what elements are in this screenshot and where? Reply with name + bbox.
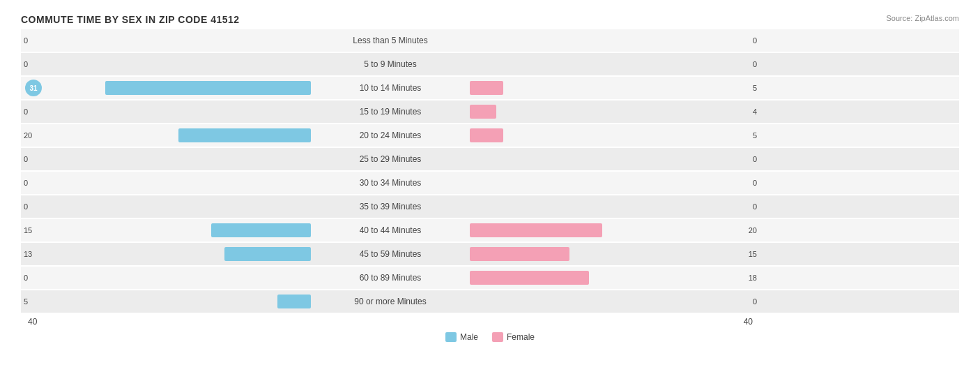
axis-row: 40 40 [21, 317, 959, 327]
bar-row: 030 to 34 Minutes0 [21, 172, 959, 194]
male-value: 0 [24, 274, 32, 282]
row-label: 20 to 24 Minutes [314, 131, 467, 140]
row-label: 60 to 89 Minutes [314, 273, 467, 283]
row-label: 25 to 29 Minutes [314, 154, 467, 164]
male-label: Male [460, 332, 478, 342]
source-label: Source: ZipAtlas.com [886, 14, 959, 22]
bar-row: 3110 to 14 Minutes5 [21, 77, 959, 99]
female-value: 5 [749, 84, 757, 92]
left-section: 0 [21, 29, 314, 52]
male-value: 0 [24, 60, 32, 68]
female-value: 0 [749, 297, 757, 306]
male-value: 13 [24, 250, 36, 258]
female-bar [470, 271, 589, 285]
male-bar [277, 295, 311, 308]
right-section: 0 [467, 290, 760, 313]
bar-row: 590 or more Minutes0 [21, 290, 959, 313]
left-section: 20 [21, 124, 314, 147]
male-value: 31 [25, 80, 42, 96]
female-bar [470, 81, 503, 95]
right-section: 18 [467, 267, 760, 289]
row-label: Less than 5 Minutes [314, 36, 467, 45]
left-section: 13 [21, 243, 314, 265]
female-value: 18 [744, 274, 757, 282]
male-value: 15 [24, 226, 36, 234]
row-label: 10 to 14 Minutes [314, 83, 467, 93]
row-label: 15 to 19 Minutes [314, 107, 467, 117]
female-bar [470, 247, 569, 261]
male-value: 20 [24, 131, 36, 140]
female-value: 4 [749, 107, 757, 116]
bar-row: 0Less than 5 Minutes0 [21, 29, 959, 52]
right-section: 4 [467, 100, 760, 123]
left-section: 0 [21, 195, 314, 218]
axis-right-label: 40 [467, 317, 760, 327]
female-value: 0 [749, 155, 757, 163]
male-value: 0 [24, 202, 32, 211]
row-label: 90 or more Minutes [314, 297, 467, 306]
right-section: 0 [467, 53, 760, 75]
male-bar [178, 128, 311, 142]
row-label: 5 to 9 Minutes [314, 59, 467, 69]
right-section: 15 [467, 243, 760, 265]
male-value: 0 [24, 179, 32, 187]
right-section: 0 [467, 148, 760, 170]
right-section: 0 [467, 29, 760, 52]
row-label: 45 to 59 Minutes [314, 249, 467, 259]
male-value: 0 [24, 36, 32, 45]
female-value: 0 [749, 60, 757, 68]
axis-left-label: 40 [21, 317, 314, 327]
left-section: 31 [21, 77, 314, 99]
male-swatch [445, 332, 457, 342]
left-section: 0 [21, 267, 314, 289]
female-value: 15 [744, 250, 757, 258]
male-value: 0 [24, 107, 32, 116]
female-bar [470, 128, 503, 142]
row-label: 35 to 39 Minutes [314, 202, 467, 211]
bar-row: 1345 to 59 Minutes15 [21, 243, 959, 265]
female-bar [470, 223, 602, 237]
bar-row: 035 to 39 Minutes0 [21, 195, 959, 218]
bar-row: 025 to 29 Minutes0 [21, 148, 959, 170]
female-value: 0 [749, 179, 757, 187]
female-label: Female [507, 332, 535, 342]
left-section: 0 [21, 148, 314, 170]
row-label: 40 to 44 Minutes [314, 225, 467, 235]
female-value: 20 [744, 226, 757, 234]
left-section: 15 [21, 219, 314, 241]
left-section: 0 [21, 100, 314, 123]
right-section: 5 [467, 124, 760, 147]
left-section: 0 [21, 172, 314, 194]
bar-row: 05 to 9 Minutes0 [21, 53, 959, 75]
female-swatch [492, 332, 503, 342]
chart-title: COMMUTE TIME BY SEX IN ZIP CODE 41512 [21, 14, 240, 25]
female-value: 0 [749, 202, 757, 211]
right-section: 5 [467, 77, 760, 99]
legend-male: Male [445, 332, 478, 342]
female-value: 5 [749, 131, 757, 140]
bar-row: 1540 to 44 Minutes20 [21, 219, 959, 241]
male-bar [211, 223, 311, 237]
left-section: 0 [21, 53, 314, 75]
bar-row: 2020 to 24 Minutes5 [21, 124, 959, 147]
right-section: 0 [467, 195, 760, 218]
male-bar [224, 247, 311, 261]
right-section: 20 [467, 219, 760, 241]
row-label: 30 to 34 Minutes [314, 178, 467, 188]
male-bar [105, 81, 311, 95]
female-value: 0 [749, 36, 757, 45]
bar-row: 015 to 19 Minutes4 [21, 100, 959, 123]
chart-area: 0Less than 5 Minutes005 to 9 Minutes0311… [21, 29, 959, 313]
male-value: 0 [24, 155, 32, 163]
legend-female: Female [492, 332, 535, 342]
female-bar [470, 105, 496, 119]
male-value: 5 [24, 297, 32, 306]
left-section: 5 [21, 290, 314, 313]
right-section: 0 [467, 172, 760, 194]
legend: Male Female [21, 332, 959, 342]
chart-container: COMMUTE TIME BY SEX IN ZIP CODE 41512 So… [21, 14, 959, 342]
bar-row: 060 to 89 Minutes18 [21, 267, 959, 289]
